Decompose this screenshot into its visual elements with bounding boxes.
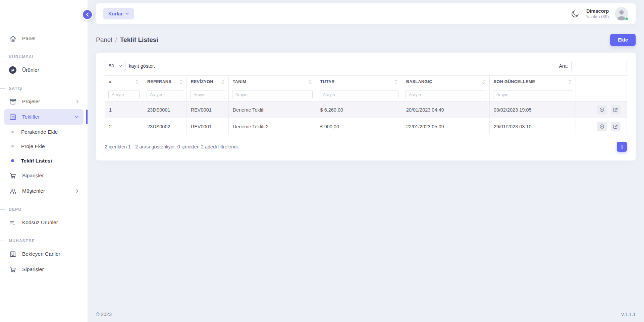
product-badge-icon: P <box>9 66 17 74</box>
sidebar-item-teklifler[interactable]: Teklifler <box>4 109 84 125</box>
online-status-dot <box>625 17 629 21</box>
cell-revizyon: REV0001 <box>186 102 228 118</box>
column-header-baslangic[interactable]: BAŞLANGIÇ <box>402 76 489 88</box>
column-header-tanim[interactable]: TANIM <box>228 76 316 88</box>
sidebar-section-muhasebe: MUHASEBE <box>4 238 84 244</box>
app-layout: Panel KURUMSAL P Ürünler SATIŞ Projeler <box>0 0 644 322</box>
table-header-row: # REFERANS REVİZYON TANIM TUTAR BAŞLANGI… <box>105 76 627 88</box>
sort-icon <box>482 79 485 84</box>
cell-baslangic: 22/01/2023 05:09 <box>402 118 489 135</box>
sidebar-item-urunler[interactable]: P Ürünler <box>4 62 84 78</box>
sidebar-item-panel[interactable]: Panel <box>4 31 84 46</box>
column-header-num[interactable]: # <box>105 76 143 88</box>
filter-input-tanim[interactable] <box>232 90 313 99</box>
cell-tutar: £ 900,00 <box>316 118 402 135</box>
sidebar-subitem-teklif-listesi[interactable]: Teklif Listesi <box>4 153 84 168</box>
version-text: v.1.1.1 <box>622 312 636 317</box>
filter-input-revizyon[interactable] <box>190 90 225 99</box>
sidebar-item-label: Ürünler <box>22 67 39 73</box>
topbar-right: Dimscorp Yazılım (89) <box>571 7 628 20</box>
sidebar-item-label: Projeler <box>22 99 40 105</box>
edit-button[interactable] <box>611 105 621 115</box>
moon-icon <box>571 9 580 18</box>
column-header-tutar[interactable]: TUTAR <box>316 76 402 88</box>
sidebar-item-siparisler[interactable]: Siparişler <box>4 168 84 183</box>
user-menu[interactable] <box>615 7 628 20</box>
lines-icon <box>9 218 17 227</box>
page-length-control: 50 kayıt göster. <box>105 61 155 71</box>
table-row: 2 23DS0002 REV0001 Deneme Teklifi 2 £ 90… <box>105 118 627 135</box>
user-subtitle: Yazılım (89) <box>586 14 609 19</box>
sidebar-item-label: Kodsuz Ürünler <box>22 219 58 226</box>
edit-icon <box>613 107 618 112</box>
eye-icon <box>599 107 604 112</box>
building-icon <box>9 250 17 258</box>
sidebar-item-projeler[interactable]: Projeler <box>4 94 84 109</box>
cell-num: 2 <box>105 118 143 135</box>
sort-icon <box>309 79 312 84</box>
content-card: 50 kayıt göster. Ara: <box>96 53 636 160</box>
breadcrumb-separator: / <box>115 36 117 44</box>
filter-input-son-guncelleme[interactable] <box>493 90 573 99</box>
column-header-referans[interactable]: REFERANS <box>143 76 187 88</box>
topbar: Kurlar Dimscorp Yazılım (89) <box>96 3 636 24</box>
sort-icon <box>136 79 139 84</box>
cell-actions <box>576 102 627 118</box>
sidebar-subitem-perakende-ekle[interactable]: Perakende Ekle <box>4 125 84 139</box>
view-button[interactable] <box>597 105 607 115</box>
table-footer: 2 içerikten 1 - 2 arası gösteriliyor. 0 … <box>105 142 627 152</box>
sidebar-subitem-proje-ekle[interactable]: Proje Ekle <box>4 139 84 153</box>
user-info: Dimscorp Yazılım (89) <box>586 8 609 19</box>
sidebar-item-kodsuz-urunler[interactable]: Kodsuz Ürünler <box>4 215 84 230</box>
sidebar-item-label: Perakende Ekle <box>21 129 58 135</box>
currency-dropdown-button[interactable]: Kurlar <box>103 8 134 19</box>
breadcrumb-root[interactable]: Panel <box>96 36 112 44</box>
cell-baslangic: 20/01/2023 04:49 <box>402 102 489 118</box>
cart-icon <box>9 172 17 180</box>
sidebar-collapse-button[interactable] <box>82 9 93 20</box>
cell-son-guncelleme: 29/01/2023 03:10 <box>489 118 576 135</box>
copyright-text: © 2023 <box>96 312 112 317</box>
page-head: Panel / Teklif Listesi Ekle <box>96 34 636 46</box>
page-footer: © 2023 v.1.1.1 <box>96 307 636 322</box>
filter-input-referans[interactable] <box>147 90 183 99</box>
edit-button[interactable] <box>611 122 621 131</box>
bullet-icon <box>11 131 14 133</box>
chevron-left-icon <box>86 12 89 17</box>
chevron-down-icon <box>125 13 129 15</box>
sort-icon <box>568 79 572 84</box>
filter-input-tutar[interactable] <box>320 90 398 99</box>
cell-referans: 23DS0002 <box>143 118 187 135</box>
main-area: Kurlar Dimscorp Yazılım (89) <box>88 0 644 322</box>
cell-tanim: Deneme Teklifi 2 <box>228 118 316 135</box>
eye-icon <box>599 124 604 129</box>
cell-son-guncelleme: 03/02/2023 19:05 <box>489 102 576 118</box>
table-search: Ara: <box>559 61 627 71</box>
cell-revizyon: REV0001 <box>186 118 228 135</box>
sidebar-section-depo: DEPO <box>4 206 84 213</box>
sidebar-item-label: Panel <box>22 36 36 42</box>
view-button[interactable] <box>597 122 607 131</box>
cell-num: 1 <box>105 102 143 118</box>
home-icon <box>9 35 17 43</box>
search-label: Ara: <box>559 63 568 69</box>
search-input[interactable] <box>571 61 627 71</box>
sort-icon <box>221 79 224 84</box>
pagination-page-1-button[interactable]: 1 <box>617 142 627 152</box>
sidebar-item-label: Müşteriler <box>22 188 45 194</box>
add-button[interactable]: Ekle <box>610 34 636 46</box>
page-title: Teklif Listesi <box>120 36 158 44</box>
page-length-select[interactable]: 50 <box>105 61 125 71</box>
cell-tutar: $ 6.260,00 <box>316 102 402 118</box>
table-info-text: 2 içerikten 1 - 2 arası gösteriliyor. 0 … <box>105 144 239 149</box>
sidebar-item-bekleyen-cariler[interactable]: Bekleyen Cariler <box>4 246 84 262</box>
sidebar-item-musteriler[interactable]: Müşteriler <box>4 183 84 199</box>
filter-input-num[interactable] <box>108 90 140 99</box>
column-header-son-guncelleme[interactable]: SON GÜNCELLEME <box>489 76 576 88</box>
filter-input-baslangic[interactable] <box>406 90 486 99</box>
sidebar-item-siparisler-muhasebe[interactable]: Siparişler <box>4 262 84 277</box>
archive-icon <box>9 98 17 106</box>
dark-mode-toggle[interactable] <box>571 9 580 18</box>
column-header-revizyon[interactable]: REVİZYON <box>186 76 228 88</box>
chevron-right-icon <box>76 100 79 104</box>
